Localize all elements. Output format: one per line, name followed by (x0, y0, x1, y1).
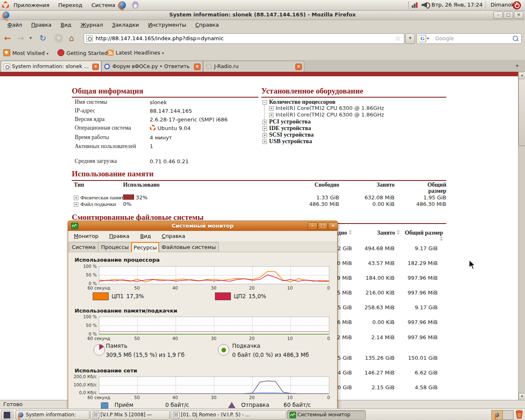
task-button-dj-romeo[interactable]: [01. Dj Romeo - (V.I.P. 5) - ... (171, 410, 286, 420)
reload-button[interactable]: ↻ (39, 33, 46, 43)
info-label: Время работы (75, 134, 109, 141)
vertical-scrollbar[interactable]: ▴ ▾ (518, 72, 525, 400)
tree-expander-icon[interactable]: + (269, 106, 274, 111)
x-tick: 30 (211, 285, 216, 290)
tasklist-handle[interactable] (13, 412, 16, 418)
tree-item-cpu[interactable]: +Intel(R) Core(TM)2 CPU 6300 @ 1.86GHz (269, 112, 384, 118)
tree-expander-icon[interactable]: + (269, 113, 274, 117)
menu-edit[interactable]: Правка (31, 20, 51, 30)
info-label: Активных пользователей (75, 143, 136, 150)
stop-button[interactable]: ✕ (54, 34, 63, 43)
tree-item-scsi[interactable]: +SCSI устройства (262, 131, 314, 138)
tree-item-cpu-count[interactable]: −Количество процессоров (262, 98, 336, 105)
pidgin-launcher-icon[interactable] (132, 1, 139, 9)
tree-expander-icon[interactable]: + (262, 133, 267, 137)
tab-resources[interactable]: Ресурсы (131, 242, 159, 252)
minimize-button[interactable]: – (308, 222, 317, 230)
address-bar[interactable]: http://88.147.144.165/index.php?disp=dyn… (84, 33, 404, 44)
tree-expander-icon[interactable]: + (74, 202, 78, 207)
tab-forum[interactable]: Форум вФОСе.ру • Ответить × (101, 61, 203, 72)
forward-button[interactable]: → (17, 33, 24, 43)
menu-view[interactable]: Вид (61, 20, 71, 30)
volume-icon[interactable] (422, 2, 430, 8)
task-button-firefox[interactable]: System information: slone... (16, 410, 89, 420)
tab-close-icon[interactable]: × (295, 64, 302, 70)
menu-bookmarks[interactable]: Закладки (112, 20, 139, 30)
task-button-system-monitor[interactable]: Системный монитор (287, 410, 366, 420)
maximize-button[interactable]: □ (504, 11, 513, 19)
menu-system[interactable]: Система (89, 0, 118, 10)
workspace-switcher[interactable] (491, 410, 514, 420)
tab-close-icon[interactable]: × (92, 64, 99, 70)
scroll-up-icon[interactable]: ▴ (518, 72, 525, 79)
tree-expander-icon[interactable]: − (262, 100, 267, 105)
tree-item-usb[interactable]: +USB устройства (262, 138, 312, 145)
search-engine-dropdown-icon[interactable]: ▾ (427, 36, 429, 41)
firefox-launcher-icon[interactable] (118, 1, 126, 10)
tab-close-icon[interactable]: × (194, 64, 201, 70)
menu-edit[interactable]: Правка (109, 231, 129, 241)
system-monitor-applet-icon[interactable] (412, 2, 419, 8)
tree-item-cpu[interactable]: +Intel(R) Core(TM)2 CPU 6300 @ 1.86GHz (269, 105, 384, 111)
menu-monitor[interactable]: Монитор (74, 231, 98, 241)
trash-icon[interactable] (515, 410, 523, 419)
home-button[interactable]: ⌂ (69, 33, 74, 43)
column-header: Общий размер (418, 182, 446, 194)
search-engine-icon[interactable]: G (419, 35, 426, 42)
cpu2-legend-value: 15,0% (249, 293, 266, 299)
address-dropdown[interactable]: ▾ (405, 33, 415, 44)
menu-help[interactable]: Справка (195, 20, 219, 30)
maximize-button[interactable]: □ (318, 222, 328, 230)
tab-list-dropdown-icon[interactable]: ▾ (516, 63, 518, 68)
applet-handle[interactable] (408, 2, 411, 9)
tab-jradio[interactable]: J-Radio.ru × (203, 61, 304, 72)
menu-places[interactable]: Переход (55, 0, 85, 10)
tab-system-information[interactable]: System information: slonek ... × (1, 61, 101, 72)
show-desktop-button[interactable] (1, 410, 12, 420)
mouse-cursor (469, 260, 476, 270)
menu-applications[interactable]: Приложения (11, 0, 52, 10)
workspace-1[interactable] (492, 411, 503, 419)
search-icon[interactable] (513, 36, 518, 41)
tree-expander-icon[interactable]: + (262, 139, 267, 144)
menu-file[interactable]: Файл (7, 20, 22, 30)
tree-item-pci[interactable]: +PCI устройства (262, 118, 310, 125)
tab-processes[interactable]: Процессы (98, 242, 132, 252)
bookmark-latest-headlines[interactable]: Latest Headlines ▾ (107, 49, 164, 57)
x-tick: 60 секунд (87, 395, 110, 400)
search-input[interactable]: G ▾ Google (417, 33, 522, 44)
bookmark-getting-started[interactable]: Getting Started (57, 49, 108, 57)
nav-dropdown-icon[interactable]: ▾ (30, 33, 32, 43)
tree-expander-icon[interactable]: + (262, 120, 267, 124)
window-title: Системный монитор (68, 223, 337, 229)
ubuntu-menu-icon[interactable] (2, 1, 9, 9)
bookmark-star-icon[interactable]: ☆ (395, 34, 401, 42)
memory-pie-icon (94, 344, 105, 356)
task-button-vip-mix[interactable]: [V.I.P Mix 5 [2008] — обоз... (90, 410, 170, 420)
menu-view[interactable]: Вид (140, 231, 151, 241)
power-button-icon[interactable] (513, 1, 521, 9)
tab-system[interactable]: Система (69, 242, 98, 252)
menu-history[interactable]: Журнал (80, 20, 103, 30)
bookmark-most-visited[interactable]: Most Visited ▾ (3, 49, 48, 57)
firefox-titlebar[interactable]: System information: slonek (88.147.144.1… (0, 10, 525, 20)
close-button[interactable]: × (328, 222, 338, 230)
address-text[interactable]: http://88.147.144.165/index.php?disp=dyn… (96, 35, 224, 41)
column-header-total[interactable]: Общий размер (404, 230, 443, 243)
close-button[interactable]: × (514, 11, 523, 19)
minimize-button[interactable]: – (493, 11, 503, 19)
scroll-down-icon[interactable]: ▾ (518, 393, 525, 400)
tree-item-ide[interactable]: +IDE устройства (262, 125, 311, 132)
tree-expander-icon[interactable]: + (262, 126, 267, 131)
column-header-used[interactable]: Занято (353, 230, 400, 236)
menu-tools[interactable]: Инструменты (148, 20, 186, 30)
system-monitor-titlebar[interactable]: Системный монитор – □ × (68, 221, 337, 231)
scrollbar-thumb[interactable] (518, 79, 525, 146)
back-button[interactable]: ← (4, 33, 11, 43)
user-menu[interactable]: Dimanok (491, 2, 514, 8)
clock[interactable]: Втр, 26 Янв, 17:24 (431, 2, 483, 8)
cpu2-legend-swatch (215, 292, 231, 300)
tree-expander-icon[interactable]: + (74, 196, 78, 200)
menu-help[interactable]: Справка (162, 231, 185, 241)
tab-filesystems[interactable]: Файловые системы (159, 242, 219, 252)
